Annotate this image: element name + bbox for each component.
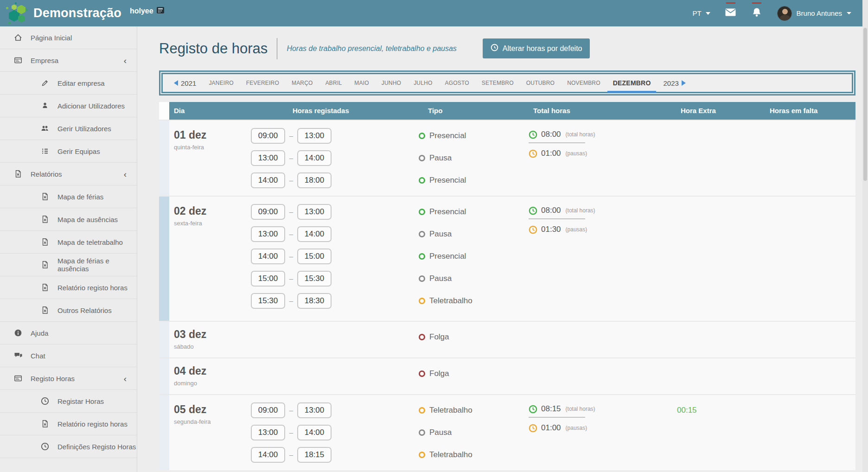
sidebar-item-relatorio-registo-horas[interactable]: Relatório registo horas	[0, 276, 137, 299]
time-separator: –	[285, 402, 297, 418]
entry-type: Presencial	[419, 249, 522, 264]
sidebar-item-outros-relatorios[interactable]: Outros Relatórios	[0, 299, 137, 322]
sidebar-item-chat[interactable]: Chat	[0, 344, 137, 367]
tab-maio[interactable]: MAIO	[354, 80, 369, 86]
start-time-input[interactable]	[251, 150, 285, 166]
end-time-input[interactable]	[297, 425, 332, 440]
tab-marco[interactable]: MARÇO	[292, 80, 313, 86]
sidebar-item-adicionar-utilizadores[interactable]: Adicionar Utilizadores	[0, 95, 137, 117]
start-time-input[interactable]	[251, 226, 285, 242]
sidebar-item-relatorio-registo-horas-2[interactable]: Relatório registo horas	[0, 413, 137, 435]
column-header-tipo: Tipo	[400, 102, 522, 120]
collapse-chevron-icon[interactable]: ‹	[124, 170, 127, 179]
end-time-input[interactable]	[297, 271, 332, 287]
messages-button[interactable]	[725, 8, 736, 19]
page-scrollbar[interactable]	[862, 0, 868, 472]
start-time-input[interactable]	[251, 271, 285, 287]
start-time-input[interactable]	[251, 172, 285, 188]
collapse-chevron-icon[interactable]: ‹	[124, 56, 127, 65]
start-time-input[interactable]	[251, 293, 285, 309]
missing-hours-cell	[753, 322, 855, 357]
start-time-input[interactable]	[251, 402, 285, 418]
sidebar-item-gerir-equipas[interactable]: Gerir Equipas	[0, 140, 137, 163]
day-accent-bar	[159, 358, 169, 394]
end-time-input[interactable]	[297, 447, 332, 463]
tab-dezembro-active[interactable]: DEZEMBRO	[613, 79, 651, 87]
start-time-input[interactable]	[251, 128, 285, 144]
next-year-button[interactable]: 2023	[663, 79, 685, 87]
sidebar-item-mapa-de-teletrabalho[interactable]: Mapa de teletrabalho	[0, 231, 137, 254]
start-time-input[interactable]	[251, 204, 285, 220]
prev-year-button[interactable]: 2021	[174, 79, 196, 87]
envelope-icon	[725, 8, 736, 18]
file-report-icon	[40, 261, 50, 269]
time-separator: –	[285, 226, 297, 242]
sidebar-item-mapa-ferias-ausencias[interactable]: Mapa de férias e ausências	[0, 254, 137, 276]
time-separator: –	[285, 447, 297, 463]
collapse-chevron-icon[interactable]: ‹	[124, 374, 127, 383]
sidebar-item-editar-empresa[interactable]: Editar empresa	[0, 72, 137, 95]
clock-icon	[491, 44, 498, 53]
end-time-input[interactable]	[297, 172, 332, 188]
sidebar-item-mapa-de-ausencias[interactable]: Mapa de ausências	[0, 208, 137, 231]
sidebar-item-gerir-utilizadores[interactable]: Gerir Utilizadores	[0, 117, 137, 140]
chat-bubbles-icon	[13, 351, 23, 360]
sidebar-item-ajuda[interactable]: Ajuda	[0, 322, 137, 344]
sidebar-item-pagina-inicial[interactable]: Página Inicial	[0, 26, 137, 49]
scrollbar-thumb[interactable]	[863, 28, 867, 181]
tab-janeiro[interactable]: JANEIRO	[209, 80, 233, 86]
notifications-button[interactable]	[751, 8, 762, 19]
time-entry: –	[251, 204, 400, 226]
sidebar-item-mapa-de-ferias[interactable]: Mapa de férias	[0, 185, 137, 208]
sidebar-item-registo-horas[interactable]: Registo Horas ‹	[0, 367, 137, 390]
weekday-label: sábado	[174, 343, 251, 350]
sidebar-item-relatorios[interactable]: Relatórios ‹	[0, 163, 137, 185]
app-logo[interactable]: Demonstração holyee	[0, 2, 165, 25]
user-menu[interactable]: Bruno Antunes	[777, 6, 851, 21]
entry-type: Folga	[419, 329, 522, 345]
entry-type: Folga	[419, 366, 522, 382]
language-selector[interactable]: PT	[692, 9, 710, 17]
tab-outubro[interactable]: OUTUBRO	[526, 80, 555, 86]
missing-hours-cell	[753, 121, 855, 196]
entry-type: Teletrabalho	[419, 402, 522, 418]
file-report-icon	[40, 238, 50, 246]
sidebar-item-definicoes-registo-horas[interactable]: Definições Registo Horas	[0, 435, 137, 458]
change-default-hours-button[interactable]: Alterar horas por defeito	[483, 38, 590, 58]
clock-icon	[40, 397, 50, 405]
start-time-input[interactable]	[251, 425, 285, 440]
sidebar-item-registar-horas[interactable]: Registar Horas	[0, 390, 137, 413]
weekday-label: segunda-feira	[174, 418, 251, 425]
start-time-input[interactable]	[251, 447, 285, 463]
end-time-input[interactable]	[297, 226, 332, 242]
end-time-input[interactable]	[297, 204, 332, 220]
time-clock-device-icon	[156, 6, 165, 16]
chevron-down-icon	[847, 12, 851, 14]
end-time-input[interactable]	[297, 128, 332, 144]
tab-junho[interactable]: JUNHO	[382, 80, 401, 86]
end-time-input[interactable]	[297, 150, 332, 166]
sidebar-item-empresa[interactable]: Empresa ‹	[0, 49, 137, 72]
tab-agosto[interactable]: AGOSTO	[445, 80, 469, 86]
tab-abril[interactable]: ABRIL	[326, 80, 342, 86]
entry-type: Pausa	[419, 226, 522, 242]
arrow-right-icon	[682, 80, 686, 86]
tab-novembro[interactable]: NOVEMBRO	[567, 80, 600, 86]
header-accent-spacer	[159, 102, 169, 120]
page-header: Registo de horas Horas de trabalho prese…	[159, 26, 855, 70]
end-time-input[interactable]	[297, 402, 332, 418]
tab-setembro[interactable]: SETEMBRO	[482, 80, 514, 86]
day-label: 05 dez	[174, 403, 251, 416]
overtime-value	[665, 204, 753, 220]
total-underline	[529, 218, 585, 219]
clock-icon	[529, 149, 537, 158]
start-time-input[interactable]	[251, 249, 285, 264]
card-icon	[13, 374, 23, 383]
time-entry: –	[251, 425, 400, 447]
language-code: PT	[692, 9, 701, 17]
end-time-input[interactable]	[297, 249, 332, 264]
time-entry: –	[251, 226, 400, 249]
end-time-input[interactable]	[297, 293, 332, 309]
tab-julho[interactable]: JULHO	[414, 80, 432, 86]
tab-fevereiro[interactable]: FEVEREIRO	[246, 80, 279, 86]
